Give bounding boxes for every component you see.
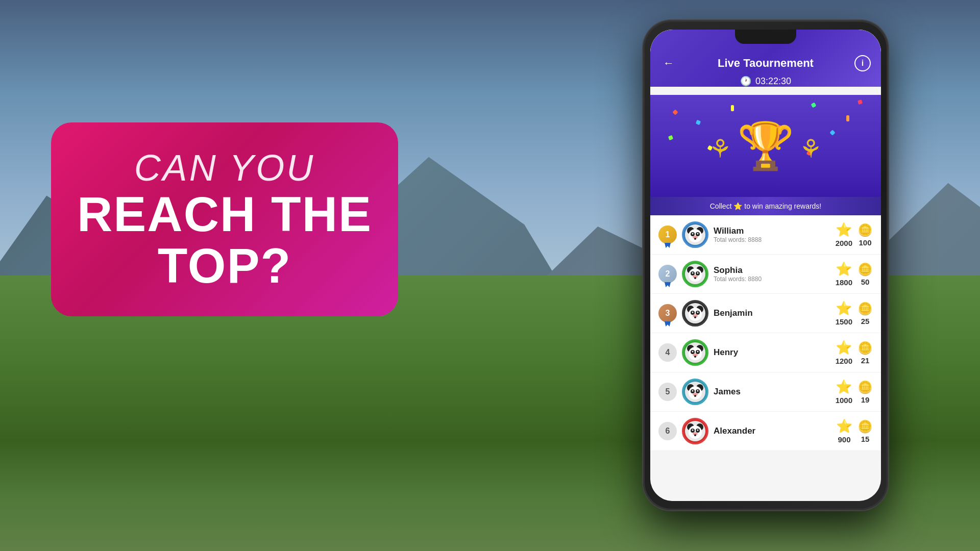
coins-icon: 🪙 — [857, 419, 873, 434]
confetti-piece — [668, 135, 673, 140]
svg-point-17 — [697, 272, 699, 274]
confetti-piece — [846, 115, 849, 121]
star-icon: ⭐ — [836, 340, 852, 356]
player-row: 5 — [650, 372, 881, 412]
score-value: 1200 — [836, 357, 852, 365]
player-name: James — [714, 387, 830, 397]
left-laurel-icon: ⚘ — [709, 134, 732, 164]
score-section: ⭐ 1800 — [836, 261, 852, 287]
coins-icon: 🪙 — [857, 302, 873, 316]
panda-svg — [684, 263, 706, 285]
player-row: 3 — [650, 294, 881, 333]
confetti-piece — [696, 120, 701, 125]
player-info-alexander: Alexander — [714, 426, 831, 436]
phone-screen: ← Live Taournement i 🕐 03:22:30 — [650, 30, 881, 501]
confetti-piece — [811, 103, 817, 108]
score-section: ⭐ 900 — [836, 418, 852, 444]
score-value: 1800 — [836, 278, 852, 287]
score-value: 1500 — [836, 317, 852, 326]
star-icon: ⭐ — [836, 261, 852, 277]
player-info-william: William Total words: 8888 — [714, 226, 830, 243]
avatar-alexander — [682, 418, 708, 444]
timer-row: 🕐 03:22:30 — [660, 76, 871, 87]
svg-point-57 — [697, 430, 699, 431]
svg-point-47 — [697, 390, 699, 392]
star-icon: ⭐ — [836, 222, 852, 238]
score-section: ⭐ 2000 — [836, 222, 852, 247]
coins-value: 19 — [861, 395, 870, 404]
rank-badge-2: 2 — [658, 265, 677, 283]
phone-frame: ← Live Taournement i 🕐 03:22:30 — [643, 20, 888, 510]
svg-point-46 — [692, 390, 694, 392]
confetti-piece — [857, 99, 863, 105]
confetti-piece — [731, 105, 734, 111]
rank-badge-4: 4 — [658, 343, 677, 362]
player-name: Henry — [714, 347, 830, 358]
avatar-james — [682, 379, 708, 405]
score-value: 900 — [838, 435, 850, 444]
coins-section: 🪙 15 — [857, 419, 873, 443]
player-row: 4 — [650, 333, 881, 372]
coins-value: 15 — [861, 435, 870, 443]
player-row: 1 — [650, 215, 881, 255]
avatar-sophia — [682, 261, 708, 287]
svg-point-6 — [692, 233, 694, 235]
svg-point-16 — [692, 272, 694, 274]
leaderboard-list: 1 — [650, 215, 881, 451]
score-section: ⭐ 1200 — [836, 340, 852, 365]
star-icon: ⭐ — [836, 418, 852, 434]
coins-section: 🪙 21 — [857, 341, 873, 365]
coins-value: 100 — [859, 238, 871, 247]
player-info-henry: Henry — [714, 347, 830, 358]
svg-point-27 — [697, 312, 699, 313]
collect-banner: Collect ⭐ to win amazing rewards! — [650, 197, 881, 215]
app-content: ← Live Taournement i 🕐 03:22:30 — [650, 30, 881, 501]
panda-svg — [684, 341, 706, 364]
right-laurel-icon: ⚘ — [799, 134, 822, 164]
trophy-container: ⚘ 🏆 ⚘ — [709, 123, 822, 169]
player-name: Sophia — [714, 265, 830, 276]
player-row: 2 — [650, 255, 881, 294]
svg-point-9 — [694, 238, 696, 240]
back-button[interactable]: ← — [660, 55, 677, 71]
coins-value: 25 — [861, 317, 870, 325]
rank-badge-3: 3 — [658, 304, 677, 322]
phone-notch — [735, 30, 796, 44]
rank-badge-6: 6 — [658, 422, 677, 440]
player-info-benjamin: Benjamin — [714, 308, 830, 318]
collect-text: Collect ⭐ to win amazing rewards! — [710, 202, 822, 210]
phone-mockup: ← Live Taournement i 🕐 03:22:30 — [643, 20, 888, 510]
svg-point-59 — [694, 434, 696, 436]
panda-svg — [684, 420, 706, 442]
coins-icon: 🪙 — [857, 380, 873, 394]
avatar-william — [682, 221, 708, 248]
player-info-james: James — [714, 387, 830, 397]
coins-icon: 🪙 — [857, 341, 873, 355]
svg-point-49 — [694, 395, 696, 397]
player-name: William — [714, 226, 830, 236]
info-button[interactable]: i — [854, 55, 871, 71]
panda-svg — [684, 223, 706, 246]
star-icon: ⭐ — [836, 300, 852, 316]
rank-badge-1: 1 — [658, 226, 677, 244]
trophy-icon: 🏆 — [737, 123, 794, 169]
coins-section: 🪙 25 — [857, 302, 873, 325]
svg-point-37 — [697, 351, 699, 353]
svg-point-29 — [694, 316, 696, 318]
star-icon: ⭐ — [836, 379, 852, 395]
promo-panel: CAN YOU REACH THETOP? — [51, 122, 398, 316]
score-value: 2000 — [836, 239, 852, 247]
promo-line1: CAN YOU — [134, 147, 315, 189]
svg-point-19 — [694, 277, 696, 279]
panda-svg — [684, 381, 706, 403]
svg-point-26 — [692, 312, 694, 313]
header-top-bar: ← Live Taournement i — [660, 55, 871, 71]
promo-line2: REACH THETOP? — [77, 189, 372, 292]
panda-svg — [684, 302, 706, 324]
coins-value: 50 — [861, 278, 870, 286]
coins-section: 🪙 19 — [857, 380, 873, 404]
clock-icon: 🕐 — [740, 76, 751, 87]
score-section: ⭐ 1500 — [836, 300, 852, 326]
timer-value: 03:22:30 — [755, 76, 791, 87]
avatar-benjamin — [682, 300, 708, 327]
